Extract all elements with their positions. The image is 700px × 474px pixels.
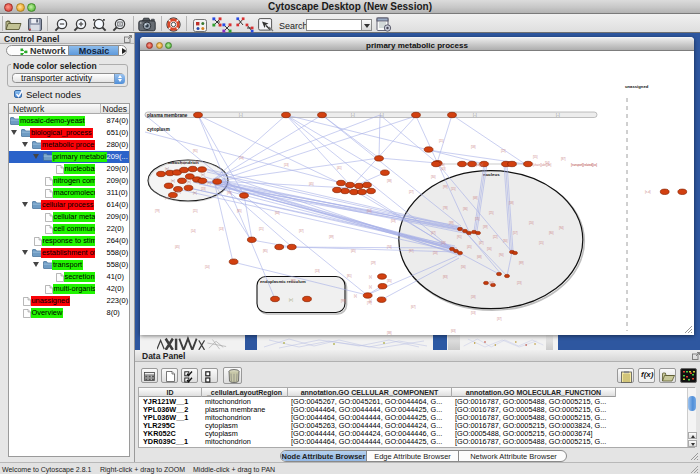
svg-text:[s]: [s] (369, 285, 372, 289)
svg-text:[45]: [45] (467, 245, 472, 249)
svg-text:[20]: [20] (529, 221, 534, 225)
svg-text:[m]: [m] (201, 173, 205, 177)
svg-text:[m]: [m] (165, 167, 169, 171)
svg-text:[23]: [23] (517, 281, 522, 285)
svg-text:[14]: [14] (191, 229, 196, 233)
svg-text:[--]: [--] (473, 113, 477, 117)
svg-text:[56]: [56] (487, 247, 492, 251)
svg-text:[30]: [30] (431, 175, 436, 179)
svg-text:[13]: [13] (219, 227, 224, 231)
svg-text:[38]: [38] (387, 331, 392, 335)
svg-text:[cd][e]: [cd][e] (476, 162, 484, 166)
svg-text:plasma membrane: plasma membrane (147, 112, 188, 117)
svg-text:[m]: [m] (193, 191, 197, 195)
svg-text:[chain][abc][de]: [chain][abc][de] (533, 162, 551, 166)
svg-text:[41]: [41] (337, 166, 342, 170)
svg-text:[21]: [21] (439, 139, 444, 143)
svg-text:[--]: [--] (239, 113, 243, 117)
svg-text:[m]: [m] (171, 179, 175, 183)
svg-text:[35]: [35] (387, 279, 392, 283)
svg-text:[m]: [m] (165, 196, 169, 200)
svg-text:[55]: [55] (475, 217, 480, 221)
svg-text:[m]: [m] (181, 161, 185, 165)
svg-text:[--]: [--] (351, 113, 355, 117)
svg-text:[39]: [39] (483, 225, 488, 229)
svg-text:[39]: [39] (329, 235, 334, 239)
svg-text:cytoplasm: cytoplasm (147, 127, 170, 132)
svg-text:[58]: [58] (441, 241, 446, 245)
svg-text:[29]: [29] (371, 261, 376, 265)
svg-text:[85]: [85] (237, 209, 242, 213)
svg-text:[13]: [13] (284, 163, 289, 167)
svg-text:[25]: [25] (489, 211, 494, 215)
svg-text:[20]: [20] (433, 251, 438, 255)
svg-text:[67]: [67] (411, 305, 416, 309)
svg-text:[79]: [79] (155, 209, 160, 213)
svg-text:[64]: [64] (275, 211, 280, 215)
svg-text:[18]: [18] (471, 295, 476, 299)
svg-text:[37]: [37] (299, 229, 304, 233)
svg-text:[87]: [87] (561, 157, 566, 161)
svg-text:[53]: [53] (391, 219, 396, 223)
svg-text:[37]: [37] (497, 317, 502, 321)
svg-text:[56]: [56] (461, 265, 466, 269)
svg-text:[--]: [--] (556, 113, 560, 117)
svg-text:unassigned: unassigned (625, 84, 649, 89)
svg-text:[s]: [s] (354, 294, 357, 298)
svg-text:[m]: [m] (177, 190, 181, 194)
svg-text:[93]: [93] (291, 279, 296, 283)
svg-text:[55]: [55] (533, 155, 538, 159)
svg-text:[23]: [23] (201, 187, 206, 191)
svg-text:[36]: [36] (463, 207, 468, 211)
svg-text:[99]: [99] (443, 185, 448, 189)
svg-text:[15]: [15] (451, 187, 456, 191)
svg-text:[80]: [80] (549, 231, 554, 235)
svg-text:[15]: [15] (539, 241, 544, 245)
svg-text:[30]: [30] (503, 239, 508, 243)
svg-text:[n-d]: [n-d] (645, 190, 651, 194)
svg-text:[68]: [68] (473, 196, 478, 200)
svg-text:[99]: [99] (341, 299, 346, 303)
svg-text:[47]: [47] (479, 241, 484, 245)
svg-text:[21]: [21] (193, 209, 198, 213)
svg-text:[transport][related][xx]: [transport][related][xx] (571, 162, 597, 166)
svg-text:[27]: [27] (409, 190, 414, 194)
svg-text:[89]: [89] (519, 261, 524, 265)
svg-text:[39]: [39] (449, 221, 454, 225)
svg-text:[43]: [43] (441, 167, 446, 171)
svg-text:[87]: [87] (409, 249, 414, 253)
svg-text:[74]: [74] (387, 245, 392, 249)
svg-text:[13]: [13] (315, 269, 320, 273)
svg-text:[58]: [58] (509, 201, 514, 205)
svg-text:[22]: [22] (493, 235, 498, 239)
svg-text:[83]: [83] (443, 275, 448, 279)
svg-text:[68]: [68] (477, 255, 482, 259)
svg-text:[58]: [58] (471, 145, 476, 149)
svg-text:[90]: [90] (499, 253, 504, 257)
svg-text:[96]: [96] (227, 191, 232, 195)
svg-text:[85]: [85] (263, 249, 268, 253)
svg-text:[22]: [22] (501, 149, 506, 153)
svg-text:[91]: [91] (457, 235, 462, 239)
svg-text:[63]: [63] (451, 329, 456, 333)
svg-text:[64]: [64] (367, 209, 372, 213)
svg-text:[21]: [21] (259, 227, 264, 231)
svg-text:[91]: [91] (193, 149, 198, 153)
svg-text:[57]: [57] (513, 231, 518, 235)
svg-text:[ab]: [ab] (440, 162, 445, 166)
svg-text:[47]: [47] (431, 231, 436, 235)
svg-text:[m]: [m] (195, 160, 199, 164)
svg-text:[10]: [10] (205, 265, 210, 269)
svg-text:[34]: [34] (489, 281, 494, 285)
svg-text:[45]: [45] (351, 249, 356, 253)
svg-text:[24]: [24] (239, 156, 244, 160)
svg-text:[s]: [s] (369, 275, 372, 279)
svg-text:[81]: [81] (347, 274, 352, 278)
svg-text:[m]: [m] (207, 181, 211, 185)
svg-text:[38]: [38] (387, 179, 392, 183)
svg-text:[94]: [94] (559, 226, 564, 230)
svg-text:[78]: [78] (443, 206, 448, 210)
svg-text:[m]: [m] (187, 180, 191, 184)
svg-text:[53]: [53] (471, 311, 476, 315)
svg-text:[45]: [45] (175, 245, 180, 249)
